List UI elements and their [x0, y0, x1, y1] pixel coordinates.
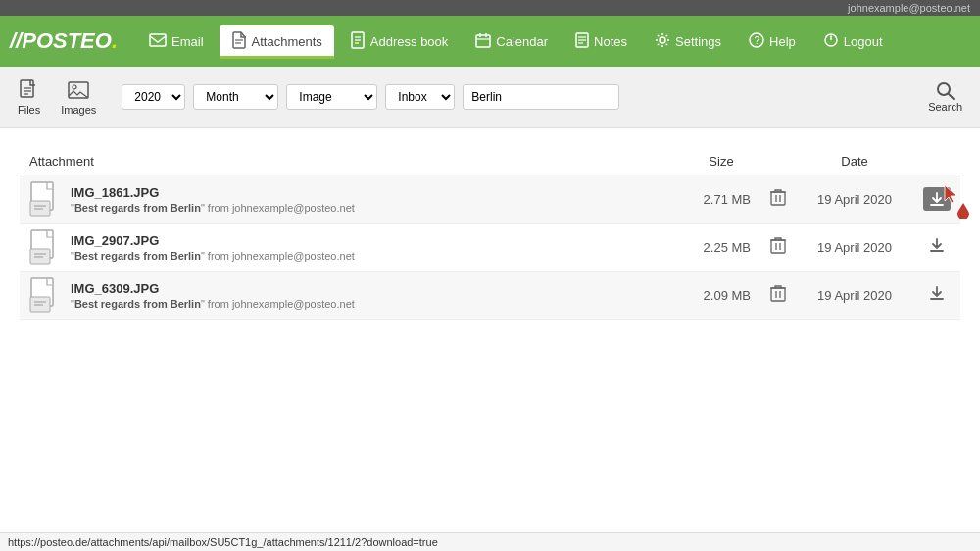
nav-bar: //POSTEO. Email Attachments Address book	[0, 16, 980, 67]
delete-button[interactable]	[770, 192, 786, 209]
files-icon	[19, 78, 40, 102]
content-area: Attachment Size Date IMG_1861.JPG "Best …	[0, 128, 980, 329]
nav-attachments-label: Attachments	[252, 34, 322, 49]
table-row: IMG_6309.JPG "Best regards from Berlin" …	[20, 272, 960, 320]
search-input[interactable]	[463, 84, 619, 110]
nav-item-calendar[interactable]: Calendar	[464, 26, 560, 57]
folder-select[interactable]: Inbox Sent Drafts	[385, 84, 455, 110]
download-icon	[929, 191, 945, 207]
file-name: IMG_2907.JPG	[71, 233, 355, 248]
file-icon	[29, 277, 61, 313]
nav-item-attachments[interactable]: Attachments	[220, 25, 334, 58]
nav-item-notes[interactable]: Notes	[564, 26, 639, 57]
images-label: Images	[61, 104, 96, 116]
svg-text:?: ?	[755, 35, 760, 46]
file-subject: "Best regards from Berlin" from johnexam…	[71, 202, 355, 214]
svg-rect-50	[771, 288, 785, 301]
nav-logout-label: Logout	[844, 34, 883, 49]
search-button[interactable]: Search	[920, 77, 970, 117]
files-view-button[interactable]: Files	[10, 75, 48, 120]
file-name: IMG_6309.JPG	[71, 281, 355, 296]
user-email: johnexample@posteo.net	[848, 2, 970, 14]
file-size: 2.71 MB	[682, 175, 760, 224]
table-row: IMG_1861.JPG "Best regards from Berlin" …	[20, 175, 960, 224]
nav-item-email[interactable]: Email	[137, 27, 216, 56]
svg-rect-31	[771, 192, 785, 205]
file-icon	[29, 181, 61, 217]
file-size: 2.25 MB	[682, 224, 760, 272]
table-row: IMG_2907.JPG "Best regards from Berlin" …	[20, 224, 960, 272]
file-subject: "Best regards from Berlin" from johnexam…	[71, 250, 355, 262]
nav-email-label: Email	[172, 34, 204, 49]
svg-marker-36	[945, 185, 956, 203]
col-date: Date	[796, 148, 913, 175]
attachment-table: Attachment Size Date IMG_1861.JPG "Best …	[20, 148, 960, 320]
col-size: Size	[682, 148, 760, 175]
delete-button[interactable]	[770, 240, 786, 257]
svg-rect-0	[150, 34, 166, 46]
nav-help-label: Help	[769, 34, 796, 49]
download-button[interactable]	[929, 239, 945, 256]
settings-nav-icon	[655, 32, 670, 51]
nav-item-settings[interactable]: Settings	[643, 26, 733, 57]
search-icon	[936, 81, 956, 101]
svg-point-24	[73, 85, 76, 89]
address-book-nav-icon	[350, 31, 366, 52]
nav-item-help[interactable]: ? Help	[737, 26, 808, 57]
email-nav-icon	[149, 33, 167, 50]
file-subject: "Best regards from Berlin" from johnexam…	[71, 298, 355, 310]
status-bar: https://posteo.de/attachments/api/mailbo…	[0, 532, 980, 551]
delete-button[interactable]	[770, 288, 786, 305]
user-bar: johnexample@posteo.net	[0, 0, 980, 16]
download-button[interactable]	[929, 287, 945, 304]
year-select[interactable]: 2020 2019 2018	[122, 84, 185, 110]
drop-icon	[956, 201, 970, 219]
file-size: 2.09 MB	[682, 272, 760, 320]
svg-rect-41	[771, 240, 785, 253]
nav-calendar-label: Calendar	[496, 34, 548, 49]
toolbar: Files Images 2020 2019 2018 Month Januar…	[0, 67, 980, 128]
nav-item-logout[interactable]: Logout	[811, 26, 895, 57]
svg-rect-7	[476, 35, 490, 47]
toolbar-view-icons: Files Images	[10, 75, 104, 120]
download-icon	[929, 237, 945, 253]
col-actions	[760, 148, 796, 175]
download-icon	[929, 285, 945, 301]
file-date: 19 April 2020	[796, 175, 913, 224]
attachments-nav-icon	[231, 31, 247, 52]
status-url: https://posteo.de/attachments/api/mailbo…	[8, 536, 438, 548]
logo: //POSTEO.	[10, 28, 118, 54]
col-attachment: Attachment	[20, 148, 682, 175]
search-label: Search	[928, 101, 962, 113]
cursor-icon	[943, 183, 960, 207]
nav-notes-label: Notes	[594, 34, 627, 49]
notes-nav-icon	[575, 32, 589, 51]
svg-line-26	[949, 94, 954, 99]
file-date: 19 April 2020	[796, 272, 913, 320]
calendar-nav-icon	[475, 32, 491, 51]
filter-group: 2020 2019 2018 Month January February Ma…	[122, 84, 912, 110]
images-icon	[67, 78, 90, 102]
nav-items: Email Attachments Address book Calendar	[137, 25, 970, 58]
type-select[interactable]: Image Document PDF	[286, 84, 377, 110]
nav-item-address-book[interactable]: Address book	[338, 25, 461, 58]
help-nav-icon: ?	[749, 32, 764, 51]
svg-point-25	[938, 83, 950, 95]
logout-nav-icon	[823, 32, 839, 51]
download-button[interactable]	[923, 187, 951, 211]
images-view-button[interactable]: Images	[53, 75, 104, 120]
nav-address-book-label: Address book	[370, 34, 449, 49]
file-date: 19 April 2020	[796, 224, 913, 272]
file-icon	[29, 229, 61, 265]
col-download	[913, 148, 960, 175]
month-select[interactable]: Month January February March April	[193, 84, 278, 110]
files-label: Files	[18, 104, 40, 116]
svg-point-15	[660, 37, 665, 43]
file-name: IMG_1861.JPG	[71, 185, 355, 200]
nav-settings-label: Settings	[675, 34, 721, 49]
